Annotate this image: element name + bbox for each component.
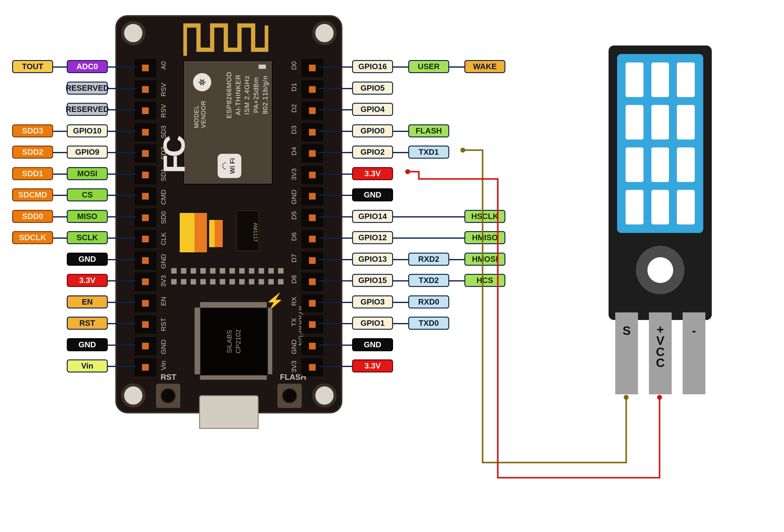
- label-connector-line: [319, 66, 352, 68]
- label-connector-line: [319, 216, 352, 217]
- wire-endpoint-icon: [460, 148, 465, 153]
- label-connector-line: [108, 366, 136, 367]
- label-connector-line: [108, 302, 136, 303]
- label-connector-line: [319, 259, 352, 260]
- label-connector-line: [108, 195, 136, 196]
- label-connector-line: [108, 345, 136, 346]
- label-connector-line: [393, 66, 408, 68]
- label-connector-line: [108, 174, 136, 175]
- label-connector-line: [53, 131, 67, 132]
- label-connector-line: [393, 323, 408, 324]
- label-connector-line: [319, 323, 352, 324]
- label-connector-line: [53, 195, 67, 196]
- label-connector-line: [319, 109, 352, 110]
- label-connector-line: [393, 131, 408, 132]
- label-connector-line: [319, 88, 352, 89]
- wire-endpoint-icon: [624, 395, 628, 400]
- label-connector-line: [108, 88, 136, 89]
- label-connector-line: [108, 259, 136, 260]
- wire-endpoint-icon: [405, 169, 410, 174]
- label-connector-line: [393, 237, 465, 239]
- label-connector-line: [393, 280, 408, 282]
- label-connector-line: [53, 237, 67, 239]
- label-connector-line: [108, 323, 136, 324]
- label-connector-line: [53, 216, 67, 217]
- label-connector-line: [108, 66, 136, 68]
- label-connector-line: [393, 302, 408, 303]
- label-connector-line: [53, 152, 67, 153]
- label-connector-line: [319, 195, 352, 196]
- wire-endpoint-icon: [657, 395, 662, 400]
- label-connector-line: [319, 366, 352, 367]
- label-connector-line: [108, 152, 136, 153]
- label-connector-line: [449, 280, 465, 282]
- label-connector-line: [53, 66, 67, 68]
- label-connector-line: [319, 131, 352, 132]
- label-connector-line: [449, 66, 465, 68]
- label-connector-line: [393, 259, 408, 260]
- wiring-diagram: ✲ MODEL VENDOR FC ◠ Wi Fi ESP8266MOD AI-…: [0, 0, 784, 532]
- label-connector-line: [108, 216, 136, 217]
- power-wire: [0, 0, 784, 532]
- label-connector-line: [393, 152, 408, 153]
- label-connector-line: [319, 302, 352, 303]
- label-connector-line: [319, 345, 352, 346]
- label-connector-line: [319, 280, 352, 282]
- label-connector-line: [108, 280, 136, 282]
- label-connector-line: [53, 174, 67, 175]
- label-connector-line: [108, 131, 136, 132]
- label-connector-line: [393, 216, 465, 217]
- label-connector-line: [449, 259, 465, 260]
- label-connector-line: [319, 152, 352, 153]
- label-connector-line: [108, 109, 136, 110]
- label-connector-line: [319, 237, 352, 239]
- label-connector-line: [108, 237, 136, 239]
- label-connector-line: [319, 174, 352, 175]
